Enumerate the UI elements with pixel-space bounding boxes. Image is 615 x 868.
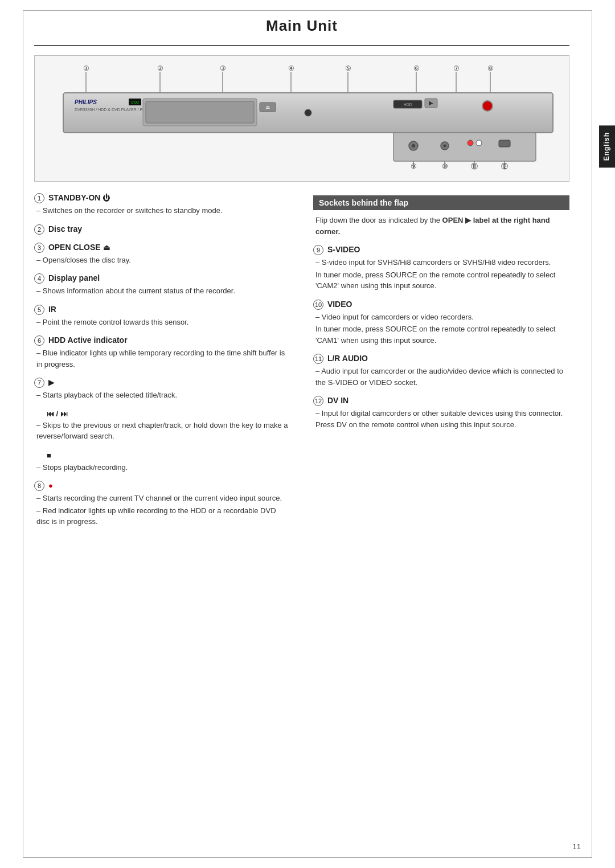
device-diagram-svg: ① ② ③ ④ ⑤ ⑥ ⑦ ⑧ [46, 62, 570, 170]
item-display-panel: 4 Display panel – Shows information abou… [34, 273, 290, 297]
callout-10: 10 [313, 300, 323, 310]
item-4-desc: – Shows information about the current st… [34, 285, 290, 297]
item-8-title: 8 ● [34, 481, 290, 491]
item-lr-audio: 11 L/R AUDIO – Audio input for camcorder… [313, 354, 569, 388]
svg-text:④: ④ [288, 64, 294, 72]
item-disc-tray: 2 Disc tray [34, 224, 290, 235]
svg-text:0:00: 0:00 [131, 100, 139, 104]
right-column: Sockets behind the flap Flip down the do… [313, 193, 569, 535]
item-6-title: 6 HDD Active indicator [34, 335, 290, 346]
callout-1: 1 [34, 193, 44, 203]
item-9-title: 9 S-VIDEO [313, 245, 569, 255]
item-7a-title: 7 ▶ [34, 378, 290, 388]
item-video: 10 VIDEO – Video input for camcorders or… [313, 300, 569, 346]
callout-3: 3 [34, 243, 44, 253]
svg-text:⑩: ⑩ [442, 162, 448, 170]
item-1-title: 1 STANDBY-ON ⏻ [34, 193, 290, 203]
svg-text:②: ② [157, 64, 163, 72]
svg-point-33 [412, 144, 415, 148]
svg-rect-20 [146, 101, 254, 123]
svg-text:▶: ▶ [429, 100, 433, 106]
callout-11: 11 [313, 354, 323, 364]
language-tab: English [599, 125, 615, 167]
sockets-intro-text: Flip down the door as indicated by the O… [313, 215, 569, 237]
item-record: 8 ● – Starts recording the current TV ch… [34, 481, 290, 527]
descriptions-container: 1 STANDBY-ON ⏻ – Switches on the recorde… [34, 193, 569, 535]
callout-7: 7 [34, 378, 44, 388]
item-8-desc: – Starts recording the current TV channe… [34, 493, 290, 527]
callout-9: 9 [313, 245, 323, 255]
item-9-desc: – S-video input for SVHS/Hi8 camcorders … [313, 257, 569, 292]
callout-5: 5 [34, 305, 44, 315]
svg-text:PHILIPS: PHILIPS [75, 99, 97, 105]
item-dv-in: 12 DV IN – Input for digital camcorders … [313, 396, 569, 430]
item-1-desc: – Switches on the recorder or switches t… [34, 205, 290, 216]
page-number: 11 [573, 842, 581, 851]
svg-text:③: ③ [220, 64, 226, 72]
item-play: 7 ▶ – Starts playback of the selected ti… [34, 378, 290, 401]
svg-text:⑤: ⑤ [345, 64, 351, 72]
item-open-close: 3 OPEN CLOSE ⏏ – Opens/closes the disc t… [34, 243, 290, 266]
svg-text:⏏: ⏏ [265, 104, 270, 110]
svg-text:⑨: ⑨ [411, 162, 417, 170]
item-7c-title: ■ [34, 450, 290, 460]
svg-rect-38 [499, 140, 510, 147]
item-skip: ⏮ / ⏭ – Skips to the previous or next ch… [34, 409, 290, 442]
svg-text:⑪: ⑪ [471, 162, 478, 170]
callout-8: 8 [34, 481, 44, 491]
title-divider [34, 45, 569, 46]
svg-text:⑫: ⑫ [501, 162, 508, 170]
item-ir: 5 IR – Point the remote control towards … [34, 305, 290, 328]
item-hdd-indicator: 6 HDD Active indicator – Blue indicator … [34, 335, 290, 370]
item-7a-desc: – Starts playback of the selected title/… [34, 390, 290, 401]
item-5-desc: – Point the remote control towards this … [34, 317, 290, 328]
item-7b-desc: – Skips to the previous or next chapter/… [34, 420, 290, 442]
callout-4: 4 [34, 273, 44, 284]
svg-point-23 [305, 109, 311, 116]
svg-text:⑧: ⑧ [487, 64, 494, 72]
item-stop: ■ – Stops playback/recording. [34, 450, 290, 473]
item-standby-on: 1 STANDBY-ON ⏻ – Switches on the recorde… [34, 193, 290, 216]
item-12-desc: – Input for digital camcorders or other … [313, 408, 569, 430]
svg-point-37 [476, 140, 482, 146]
item-7c-desc: – Stops playback/recording. [34, 462, 290, 473]
callout-6: 6 [34, 335, 44, 346]
left-column: 1 STANDBY-ON ⏻ – Switches on the recorde… [34, 193, 290, 535]
svg-text:⑥: ⑥ [413, 64, 420, 72]
svg-text:⑦: ⑦ [453, 64, 460, 72]
item-4-title: 4 Display panel [34, 273, 290, 284]
item-2-title: 2 Disc tray [34, 224, 290, 235]
callout-2: 2 [34, 224, 44, 235]
item-3-title: 3 OPEN CLOSE ⏏ [34, 243, 290, 253]
page-title: Main Unit [34, 17, 569, 35]
item-7b-title: ⏮ / ⏭ [34, 409, 290, 418]
svg-point-35 [444, 145, 446, 148]
svg-text:HDD: HDD [403, 103, 412, 107]
item-5-title: 5 IR [34, 305, 290, 315]
item-12-title: 12 DV IN [313, 396, 569, 406]
device-illustration: ① ② ③ ④ ⑤ ⑥ ⑦ ⑧ [34, 55, 569, 182]
item-10-title: 10 VIDEO [313, 300, 569, 310]
svg-point-36 [468, 140, 473, 146]
callout-12: 12 [313, 396, 323, 406]
item-6-desc: – Blue indicator lights up while tempora… [34, 347, 290, 370]
item-11-desc: – Audio input for camcorder or the audio… [313, 366, 569, 388]
sockets-intro: Flip down the door as indicated by the O… [313, 215, 569, 237]
item-10-desc: – Video input for camcorders or video re… [313, 312, 569, 346]
item-3-desc: – Opens/closes the disc tray. [34, 255, 290, 266]
sockets-behind-flap-header: Sockets behind the flap [313, 195, 569, 210]
svg-point-30 [482, 101, 493, 111]
svg-text:①: ① [83, 64, 89, 72]
item-s-video: 9 S-VIDEO – S-video input for SVHS/Hi8 c… [313, 245, 569, 292]
item-11-title: 11 L/R AUDIO [313, 354, 569, 364]
